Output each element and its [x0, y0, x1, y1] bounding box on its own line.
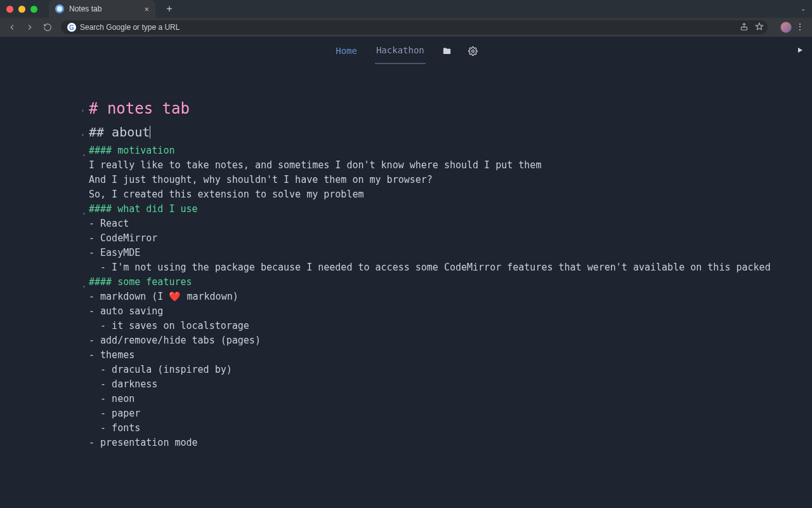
settings-icon[interactable]	[468, 46, 478, 56]
text-line: So, I created this extension to solve my…	[89, 187, 812, 202]
app-tabs: Home Hackathon	[0, 37, 812, 65]
forward-button[interactable]	[25, 23, 34, 32]
address-bar[interactable]: G Search Google or type a URL	[61, 20, 768, 34]
markdown-editor[interactable]: ▾# notes tab ▾## about ▾#### motivation …	[0, 65, 812, 450]
list-item: - presentation mode	[89, 436, 812, 450]
list-item: - themes	[89, 348, 812, 363]
list-item: - it saves on localstorage	[89, 319, 812, 333]
browser-tab-strip: Notes tab × + ⌄	[0, 0, 812, 18]
heading-1: ▾# notes tab	[89, 102, 812, 116]
share-icon[interactable]	[740, 22, 749, 33]
profile-avatar[interactable]	[780, 22, 792, 33]
heading-2: ▾## about	[89, 125, 812, 140]
window-close-button[interactable]	[6, 6, 13, 13]
list-item: - neon	[89, 392, 812, 406]
toolbar-right: ⋮	[776, 22, 804, 33]
new-tab-button[interactable]: +	[163, 3, 176, 15]
fold-arrow-icon[interactable]: ▾	[82, 279, 86, 294]
heading-4: ▾#### motivation	[89, 144, 812, 158]
tab-title: Notes tab	[69, 4, 102, 13]
heading-4: ▾#### some features	[89, 275, 812, 290]
play-icon[interactable]	[797, 44, 803, 56]
list-item: - EasyMDE	[89, 246, 812, 260]
archive-icon[interactable]	[442, 46, 452, 56]
list-item: - dracula (inspired by)	[89, 363, 812, 377]
list-item: - auto saving	[89, 304, 812, 319]
window-minimize-button[interactable]	[18, 6, 25, 13]
tab-hackathon[interactable]: Hackathon	[375, 37, 426, 64]
svg-point-1	[471, 50, 474, 52]
list-item: - markdown (I ❤️ markdown)	[89, 290, 812, 304]
list-item: - darkness	[89, 377, 812, 392]
fold-arrow-icon[interactable]: ▾	[81, 128, 84, 142]
back-button[interactable]	[8, 23, 16, 32]
text-cursor	[150, 126, 150, 138]
fold-arrow-icon[interactable]: ▾	[82, 148, 86, 163]
browser-toolbar: G Search Google or type a URL ⋮	[0, 18, 812, 37]
app-root: Home Hackathon ▾# notes tab ▾## about ▾#…	[0, 37, 812, 508]
list-item: - add/remove/hide tabs (pages)	[89, 333, 812, 348]
list-item: - fonts	[89, 421, 812, 436]
browser-tab-active[interactable]: Notes tab ×	[49, 0, 155, 18]
text-line: I really like to take notes, and sometim…	[89, 158, 812, 173]
tab-home[interactable]: Home	[334, 38, 358, 64]
tab-close-icon[interactable]: ×	[144, 5, 149, 13]
window-controls	[6, 6, 37, 13]
search-provider-icon: G	[67, 23, 76, 32]
fold-arrow-icon[interactable]: ▾	[82, 206, 86, 221]
list-item: - CodeMirror	[89, 231, 812, 246]
heading-4: ▾#### what did I use	[89, 202, 812, 217]
list-item: - I'm not using the package because I ne…	[89, 260, 812, 275]
window-maximize-button[interactable]	[30, 6, 37, 13]
browser-menu-icon[interactable]: ⋮	[796, 25, 804, 29]
address-bar-text: Search Google or type a URL	[80, 23, 180, 32]
tabs-menu-icon[interactable]: ⌄	[801, 5, 806, 12]
tab-favicon-icon	[55, 4, 64, 13]
bookmark-icon[interactable]	[755, 22, 764, 33]
list-item: - paper	[89, 406, 812, 421]
reload-button[interactable]	[43, 23, 52, 32]
list-item: - React	[89, 217, 812, 231]
text-line: And I just thought, why shouldn't I have…	[89, 173, 812, 187]
fold-arrow-icon[interactable]: ▾	[81, 104, 84, 118]
